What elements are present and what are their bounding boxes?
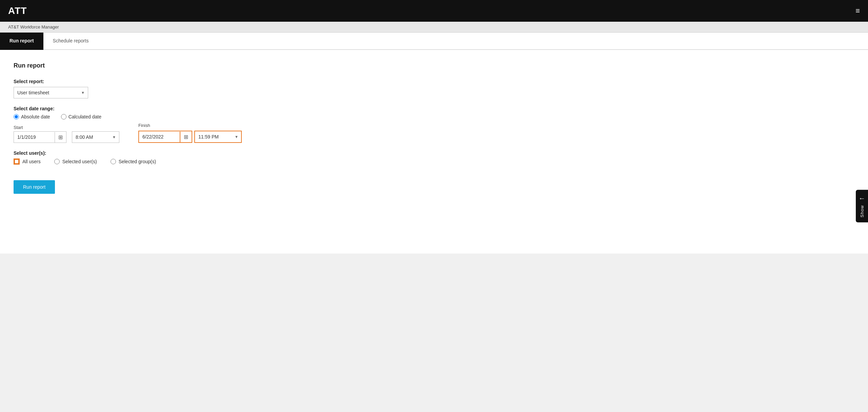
finish-time-select[interactable]: 12:00 AM 1:00 AM 2:00 AM 3:00 AM 4:00 AM… [194,131,242,143]
radio-calculated-label[interactable]: Calculated date [61,114,101,119]
tab-schedule-reports[interactable]: Schedule reports [43,33,98,50]
finish-inputs: ⊞ 12:00 AM 1:00 AM 2:00 AM 3:00 AM 4:00 … [138,131,242,143]
start-time-wrapper[interactable]: 12:00 AM 1:00 AM 2:00 AM 3:00 AM 4:00 AM… [72,131,119,143]
user-radio-group: All users Selected user(s) Selected grou… [14,158,854,165]
radio-selected-groups[interactable] [111,159,116,164]
tab-run-report[interactable]: Run report [0,33,43,50]
radio-calculated[interactable] [61,114,66,119]
select-users-group: Select user(s): All users Selected user(… [14,150,854,165]
finish-calendar-icon[interactable]: ⊞ [180,132,192,142]
main-content: Run report Select report: User timesheet… [0,50,868,254]
start-date-input[interactable] [14,132,55,143]
page-title: Run report [14,62,854,69]
date-range-group: Select date range: Absolute date Calcula… [14,106,854,143]
radio-absolute[interactable] [14,114,19,119]
start-time-select[interactable]: 12:00 AM 1:00 AM 2:00 AM 3:00 AM 4:00 AM… [72,131,119,143]
finish-time-wrapper[interactable]: 12:00 AM 1:00 AM 2:00 AM 3:00 AM 4:00 AM… [194,131,242,143]
all-users-checkbox[interactable] [14,158,20,165]
select-report-dropdown[interactable]: User timesheet Attendance report Activit… [14,87,88,98]
menu-icon[interactable]: ≡ [855,6,860,15]
date-range-inputs: Start ⊞ 12:00 AM 1:00 AM 2:00 AM 3:00 AM… [14,123,854,143]
start-date-wrapper: ⊞ [14,131,66,143]
date-range-label: Select date range: [14,106,854,111]
start-time-spacer [72,125,119,130]
finish-date-input[interactable] [139,131,180,142]
show-panel-arrow-icon: ← [859,194,865,202]
radio-absolute-label[interactable]: Absolute date [14,114,50,119]
selected-users-label[interactable]: Selected user(s) [54,159,97,164]
run-report-button[interactable]: Run report [14,180,55,194]
selected-groups-label[interactable]: Selected group(s) [111,159,156,164]
start-time-group: 12:00 AM 1:00 AM 2:00 AM 3:00 AM 4:00 AM… [72,125,119,143]
tab-nav: Run report Schedule reports [0,33,868,50]
select-report-label: Select report: [14,79,854,84]
top-bar: ATT ≡ [0,0,868,22]
side-show-panel[interactable]: ← Show [856,190,868,222]
finish-date-wrapper: ⊞ [138,131,192,143]
start-label: Start [14,125,66,130]
radio-selected-users[interactable] [54,159,60,164]
select-report-group: Select report: User timesheet Attendance… [14,79,854,98]
finish-label: Finish [138,123,242,128]
all-users-label[interactable]: All users [14,158,41,165]
show-panel-text: Show [860,205,865,218]
date-type-radio-group: Absolute date Calculated date [14,114,854,119]
finish-group: Finish ⊞ 12:00 AM 1:00 AM 2:00 AM 3:00 A… [138,123,242,143]
start-date-group: Start ⊞ [14,125,66,143]
select-report-wrapper[interactable]: User timesheet Attendance report Activit… [14,87,88,98]
breadcrumb: AT&T Workforce Manager [0,22,868,33]
start-calendar-icon[interactable]: ⊞ [55,132,66,143]
app-logo: ATT [8,5,27,16]
select-users-label: Select user(s): [14,150,854,156]
